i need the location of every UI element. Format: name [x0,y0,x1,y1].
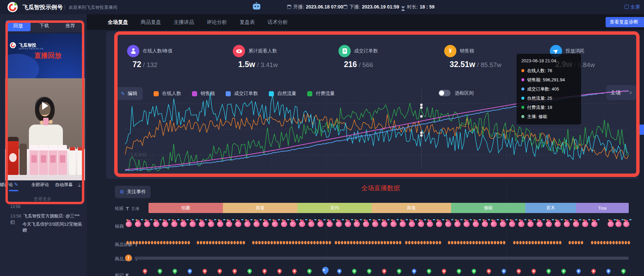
explain-dot[interactable] [381,241,383,244]
lucky-bag-icon[interactable] [436,219,442,227]
lucky-bag-icon[interactable] [217,219,223,227]
explain-dot[interactable] [136,241,138,244]
explain-dot[interactable] [439,241,441,244]
explain-dot[interactable] [420,241,423,244]
lucky-bag-icon[interactable] [608,219,614,227]
mark-pin-icon[interactable] [321,265,330,275]
lucky-bag-icon[interactable] [418,219,424,227]
explain-dot[interactable] [609,241,612,244]
explain-dot[interactable] [423,241,426,244]
shift-segment[interactable]: 路曼 [372,203,451,213]
explain-dot[interactable] [160,241,162,244]
lucky-bag-icon[interactable] [482,219,488,227]
explain-dot[interactable] [292,241,294,244]
lucky-bag-icon[interactable] [226,219,232,227]
explain-dot[interactable] [497,241,499,244]
explain-dot[interactable] [622,241,624,244]
lucky-bag-icon[interactable] [153,219,159,227]
lucky-bag-icon[interactable] [272,219,278,227]
explain-dot[interactable] [356,241,359,244]
mark-pin-icon[interactable] [620,268,626,274]
explain-dot[interactable] [550,241,552,244]
explain-dot[interactable] [378,241,380,244]
mark-pin-icon[interactable] [142,268,148,274]
explain-dot[interactable] [215,241,217,244]
lucky-bag-icon[interactable] [623,219,629,227]
explain-dot[interactable] [575,241,577,244]
explain-dot[interactable] [538,241,540,244]
explain-dot[interactable] [295,241,297,244]
explain-dot[interactable] [169,241,172,244]
main-tab-3[interactable]: 主播讲品 [174,19,194,26]
explain-dot[interactable] [319,241,322,244]
diagnose-button[interactable]: 查看复盘诊断 [606,17,644,27]
lucky-bag-icon[interactable] [299,219,305,227]
explain-dot[interactable] [341,241,343,244]
mark-pin-icon[interactable] [366,268,372,274]
mark-pin-icon[interactable] [396,268,402,274]
explain-dot[interactable] [399,241,401,244]
explain-dot[interactable] [218,241,221,244]
mark-pin-icon[interactable] [276,268,282,274]
explain-dot[interactable] [469,241,472,244]
explain-dot[interactable] [301,241,303,244]
lucky-bag-icon[interactable] [354,219,360,227]
explain-dot[interactable] [475,241,478,244]
explain-dot[interactable] [362,241,365,244]
mark-pin-icon[interactable] [157,268,163,274]
explain-dot[interactable] [151,241,153,244]
explain-dot[interactable] [166,241,169,244]
explain-dot[interactable] [612,241,615,244]
lucky-bag-icon[interactable] [308,219,314,227]
mark-pin-icon[interactable] [501,268,507,274]
explain-dot[interactable] [298,241,300,244]
explain-dot[interactable] [350,241,352,244]
lucky-bag-icon[interactable] [327,219,333,227]
mark-pin-icon[interactable] [590,268,596,274]
filter-icon[interactable] [126,207,129,210]
explain-dot[interactable] [261,241,264,244]
video-player[interactable]: 飞瓜智投 ZHITOU.FEIGUA.CN 直播回放 [5,33,85,180]
explain-dot[interactable] [203,241,205,244]
explain-dot[interactable] [433,241,435,244]
lucky-bag-icon[interactable] [582,219,588,227]
fullscreen-button[interactable]: 全屏 [625,4,640,10]
explain-dot[interactable] [209,241,211,244]
explain-dot[interactable] [133,241,135,244]
explain-dot[interactable] [528,241,531,244]
explain-dot[interactable] [581,241,583,244]
explain-dot[interactable] [329,241,331,244]
explain-dot[interactable] [430,241,432,244]
mark-pin-icon[interactable] [471,268,477,274]
main-tab-1[interactable]: 全场复盘 [108,19,128,26]
explain-dot[interactable] [359,241,362,244]
mark-pin-icon[interactable] [336,268,342,274]
explain-dot[interactable] [172,241,175,244]
lucky-bag-icon[interactable] [537,219,543,227]
explain-dot[interactable] [289,241,291,244]
explain-dot[interactable] [200,241,202,244]
explain-dot[interactable] [271,241,273,244]
explain-dot[interactable] [513,241,516,244]
explain-dot[interactable] [335,241,337,244]
explain-dot[interactable] [522,241,525,244]
explain-dot[interactable] [323,241,325,244]
explain-dot[interactable] [344,241,346,244]
explain-dot[interactable] [316,241,319,244]
explain-dot[interactable] [559,241,561,244]
explain-dot[interactable] [393,241,395,244]
lucky-bag-icon[interactable] [409,219,415,227]
explain-dot[interactable] [525,241,528,244]
explain-dot[interactable] [606,241,609,244]
lucky-bag-icon[interactable] [390,219,397,227]
shift-segment[interactable]: 灵均 [297,203,372,213]
tab-all-comments[interactable]: 全部评论 [31,182,49,188]
lucky-bag-icon[interactable] [235,219,241,227]
explain-dot[interactable] [615,241,618,244]
lucky-bag-icon[interactable] [546,219,552,227]
mark-pin-icon[interactable] [246,268,253,274]
explain-dot[interactable] [142,241,144,244]
explain-dot[interactable] [457,241,459,244]
mark-pin-icon[interactable] [516,268,522,274]
shift-segment[interactable]: 伯庸 [149,203,223,213]
